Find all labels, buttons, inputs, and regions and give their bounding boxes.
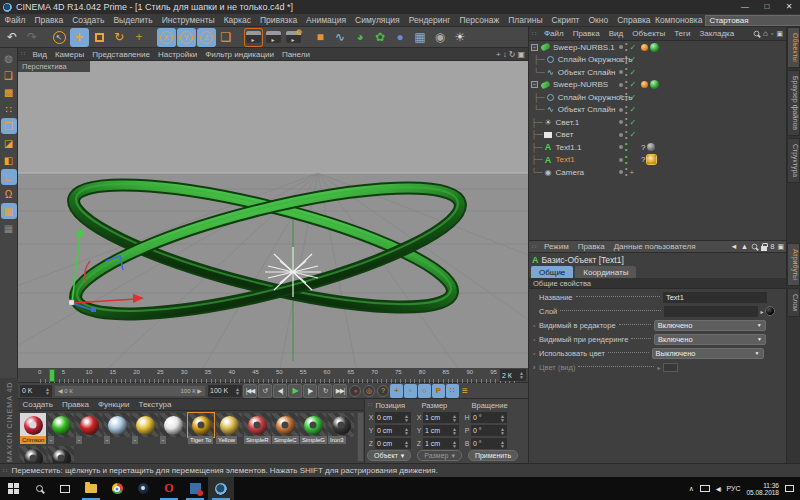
search-icon[interactable]: [752, 244, 758, 250]
visibility-toggles[interactable]: ••✓: [619, 41, 636, 53]
menu-item-7[interactable]: Анимация: [302, 14, 351, 27]
object-menu-item-3[interactable]: Объекты: [628, 27, 670, 40]
coordinate-field[interactable]: 1 cm▲▼: [423, 438, 459, 449]
home-icon[interactable]: ⌂: [763, 29, 768, 38]
visibility-toggles[interactable]: ••✓: [619, 116, 636, 128]
panel-grip-icon[interactable]: ∷: [365, 401, 375, 409]
viewport-menu-item-2[interactable]: Представление: [88, 48, 154, 61]
snap-tool-button[interactable]: Ω: [1, 186, 17, 202]
tab-Координаты[interactable]: Координаты: [575, 266, 636, 278]
coordinate-field[interactable]: 0 °▲▼: [471, 412, 507, 423]
task-view-button[interactable]: [52, 477, 78, 500]
material-menu-item-3[interactable]: Текстура: [134, 398, 176, 411]
workplane-lock-button[interactable]: ▦: [1, 203, 17, 219]
enabled-check-icon[interactable]: ✓: [629, 130, 636, 139]
menu-item-2[interactable]: Создать: [68, 14, 109, 27]
object-menu-item-1[interactable]: Правка: [568, 27, 604, 40]
visibility-toggles[interactable]: ••✓: [619, 91, 636, 103]
close-button[interactable]: ✕: [778, 0, 800, 14]
enabled-check-icon[interactable]: ✓: [629, 80, 636, 89]
object-menu-item-0[interactable]: Файл: [539, 27, 568, 40]
viewport-camera-label[interactable]: Перспектива: [18, 61, 90, 72]
point-edit-mode-button[interactable]: ❒: [1, 118, 17, 134]
visibility-dropdown[interactable]: Включено▼: [654, 320, 766, 331]
layer-input[interactable]: [664, 306, 758, 317]
add-light-button[interactable]: ☀: [451, 28, 470, 47]
object-tree-row[interactable]: ├─AText1••?: [529, 154, 787, 167]
object-tree-row[interactable]: ├─☀Свет.1••✓: [529, 116, 787, 129]
search-button[interactable]: [26, 477, 52, 500]
visibility-toggles[interactable]: ••+: [619, 166, 634, 178]
polygon-mode-button[interactable]: ◧: [1, 152, 17, 168]
coordinate-field[interactable]: 1 cm▲▼: [423, 412, 459, 423]
panel-menu-icon[interactable]: ▣: [776, 30, 783, 38]
object-menu-item-2[interactable]: Вид: [604, 27, 627, 40]
visibility-toggles[interactable]: ••✓: [619, 104, 636, 116]
panel-grip-icon[interactable]: ∷: [529, 30, 539, 38]
rotate-tool-button[interactable]: ↻: [110, 28, 129, 47]
chevron-right-icon[interactable]: ▸: [760, 308, 763, 315]
phong-tag-icon[interactable]: [641, 44, 648, 51]
menu-item-14[interactable]: Справка: [613, 14, 655, 27]
object-tree-row[interactable]: └─◉Camera••+: [529, 166, 787, 179]
start_field-field[interactable]: 0 K▲▼: [20, 385, 52, 397]
enabled-check-icon[interactable]: ✓: [629, 68, 636, 77]
material-menu-item-1[interactable]: Правка: [57, 398, 93, 411]
attribute-menu-item-2[interactable]: Данные пользователя: [609, 240, 700, 253]
material-item[interactable]: Tiger To: [188, 413, 215, 444]
layer-browser-icon[interactable]: [765, 306, 775, 316]
visibility-toggles[interactable]: ••✓: [619, 79, 636, 91]
add-deformer-button[interactable]: ✿: [371, 28, 390, 47]
visibility-toggles[interactable]: ••: [619, 154, 627, 166]
menu-item-5[interactable]: Каркас: [219, 14, 255, 27]
chevron-right-icon[interactable]: ▸: [657, 364, 660, 371]
points-mode-button[interactable]: ∷: [1, 101, 17, 117]
name-input[interactable]: Text1: [663, 292, 767, 303]
side-tab-Структура[interactable]: Структура: [787, 138, 800, 183]
render-picture-viewer-button[interactable]: ▸: [264, 28, 283, 47]
make-editable-button[interactable]: ◍: [1, 50, 17, 66]
stepper-icon[interactable]: ▲▼: [500, 440, 505, 448]
search-icon[interactable]: [754, 31, 760, 37]
selected-tag-icon[interactable]: [647, 155, 656, 164]
record-keyframe-button[interactable]: ●: [349, 385, 361, 397]
menu-item-8[interactable]: Симуляция: [351, 14, 405, 27]
side-tab-Атрибуты[interactable]: Атрибуты: [787, 243, 800, 286]
render-settings-button[interactable]: ▸⚙: [284, 28, 303, 47]
history-back-icon[interactable]: ◄: [730, 242, 737, 251]
stepper-icon[interactable]: ▲▼: [519, 371, 524, 379]
maximize-button[interactable]: □: [756, 0, 778, 14]
network-icon[interactable]: [700, 485, 710, 492]
frame-forward-button[interactable]: |▶: [303, 384, 317, 398]
lock-icon[interactable]: [761, 246, 767, 251]
redo-button[interactable]: ↷: [23, 28, 42, 47]
steam[interactable]: [130, 477, 156, 500]
add-camera-button[interactable]: ◉: [431, 28, 450, 47]
keyframe-selection-button[interactable]: ?: [377, 385, 389, 397]
panel-grip-icon[interactable]: ∷: [529, 243, 539, 251]
stepper-icon[interactable]: ▲▼: [500, 414, 505, 422]
move-tool-button[interactable]: +: [70, 28, 89, 47]
color-swatch[interactable]: [663, 363, 678, 372]
up-level-icon[interactable]: ▲: [741, 242, 748, 251]
key-pla-button[interactable]: ∷: [446, 384, 459, 398]
play-button[interactable]: ▶: [288, 384, 302, 398]
pan-icon[interactable]: +: [496, 50, 501, 59]
menu-item-0[interactable]: Файл: [0, 14, 30, 27]
side-tab-Объекты[interactable]: Объекты: [787, 27, 800, 68]
speaker-icon[interactable]: ◀): [716, 485, 721, 492]
side-tab-Слои[interactable]: Слои: [787, 288, 800, 317]
menu-item-3[interactable]: Выделить: [109, 14, 157, 27]
lock-y-axis-button[interactable]: Y: [177, 28, 196, 47]
visibility-toggles[interactable]: ••✓: [619, 129, 636, 141]
stepper-icon[interactable]: ▲▼: [404, 414, 409, 422]
coordinate-field[interactable]: 1 cm▲▼: [423, 425, 459, 436]
menu-item-1[interactable]: Правка: [30, 14, 68, 27]
object-tree-row[interactable]: └─∿Объект Сплайн••✓: [529, 104, 787, 117]
enabled-check-icon[interactable]: ✓: [629, 55, 636, 64]
key-rotation-button[interactable]: ○: [418, 384, 431, 398]
material-item[interactable]: [20, 446, 47, 463]
apply-button[interactable]: Применить: [468, 450, 518, 461]
axis-mode-button[interactable]: ∟: [1, 169, 17, 185]
start-button[interactable]: [0, 477, 26, 500]
